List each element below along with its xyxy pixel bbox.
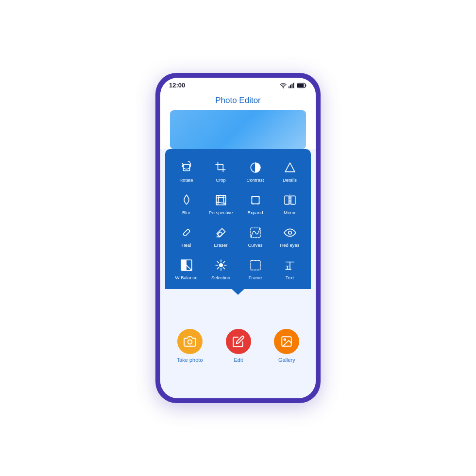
bottom-nav: Take photo Edit <box>160 289 316 398</box>
tool-text[interactable]: T Text <box>273 254 306 284</box>
svg-line-32 <box>223 261 224 263</box>
image-placeholder <box>170 110 306 149</box>
tools-grid: Rotate Crop Contrast <box>170 156 306 284</box>
phone-screen: 12:00 <box>160 78 316 398</box>
svg-line-33 <box>217 267 219 269</box>
svg-point-22 <box>288 231 291 235</box>
svg-rect-7 <box>183 165 189 171</box>
tool-w-balance[interactable]: W Balance <box>170 254 203 284</box>
tool-expand[interactable]: Expand <box>239 188 272 219</box>
app-title: Photo Editor <box>215 96 261 105</box>
tool-expand-label: Expand <box>247 210 263 215</box>
tool-crop[interactable]: Crop <box>204 156 237 187</box>
blur-icon <box>179 192 194 208</box>
svg-rect-2 <box>290 85 291 88</box>
pencil-icon <box>232 335 245 348</box>
tool-crop-label: Crop <box>216 177 226 183</box>
image-area <box>160 110 316 149</box>
tool-contrast-label: Contrast <box>247 177 264 183</box>
tool-heal[interactable]: Heal <box>170 221 203 252</box>
nav-edit[interactable]: Edit <box>226 329 251 363</box>
tool-red-eyes[interactable]: Red eyes <box>273 221 306 252</box>
curves-icon <box>248 225 263 240</box>
heal-icon <box>179 225 194 240</box>
details-icon <box>282 160 298 175</box>
text-icon: T <box>282 257 298 273</box>
phone-frame: 12:00 <box>155 73 321 403</box>
nav-gallery[interactable]: Gallery <box>274 329 299 363</box>
svg-rect-24 <box>181 260 187 271</box>
gallery-label: Gallery <box>278 357 295 363</box>
tool-details[interactable]: Details <box>273 156 306 187</box>
w-balance-icon <box>179 257 194 273</box>
battery-icon <box>297 83 307 88</box>
tool-frame[interactable]: Frame <box>239 254 272 284</box>
svg-line-13 <box>216 197 226 198</box>
tool-text-label: Text <box>286 275 294 280</box>
status-icons <box>280 82 307 89</box>
tools-panel: Rotate Crop Contrast <box>165 149 311 289</box>
tool-eraser[interactable]: Eraser <box>204 221 237 252</box>
tool-red-eyes-label: Red eyes <box>280 242 299 248</box>
gallery-button[interactable] <box>274 329 299 354</box>
edit-button[interactable] <box>226 329 251 354</box>
tool-w-balance-label: W Balance <box>175 275 198 280</box>
tool-curves[interactable]: Curves <box>239 221 272 252</box>
tool-selection-label: Selection <box>211 275 230 280</box>
svg-point-41 <box>284 339 286 340</box>
tool-eraser-label: Eraser <box>214 242 228 248</box>
svg-rect-17 <box>291 196 295 204</box>
app-header: Photo Editor <box>160 92 316 110</box>
nav-take-photo[interactable]: Take photo <box>177 329 203 363</box>
svg-line-11 <box>218 195 219 205</box>
tool-contrast[interactable]: Contrast <box>239 156 272 187</box>
rotate-icon <box>179 160 194 175</box>
tool-details-label: Details <box>283 177 297 183</box>
svg-rect-6 <box>298 84 304 87</box>
contrast-icon <box>248 160 263 175</box>
tool-heal-label: Heal <box>182 242 191 248</box>
tool-blur-label: Blur <box>182 210 190 215</box>
tool-frame-label: Frame <box>249 275 262 280</box>
tool-mirror[interactable]: Mirror <box>273 188 306 219</box>
frame-icon <box>248 257 263 273</box>
take-photo-button[interactable] <box>177 329 203 354</box>
mirror-icon <box>282 192 298 208</box>
tool-mirror-label: Mirror <box>284 210 296 215</box>
camera-icon <box>184 335 196 348</box>
svg-line-30 <box>217 261 219 263</box>
status-bar: 12:00 <box>160 78 316 92</box>
svg-rect-34 <box>251 260 260 270</box>
selection-icon <box>213 257 229 273</box>
red-eyes-icon <box>282 225 298 240</box>
tool-rotate-label: Rotate <box>180 177 193 183</box>
svg-rect-15 <box>252 196 259 204</box>
svg-rect-4 <box>293 83 294 88</box>
svg-rect-1 <box>289 86 289 88</box>
tool-perspective-label: Perspective <box>209 210 233 215</box>
perspective-icon <box>213 192 229 208</box>
signal-icon <box>289 82 295 89</box>
image-icon <box>280 335 293 348</box>
svg-point-25 <box>219 264 222 267</box>
svg-rect-19 <box>183 229 190 236</box>
tool-curves-label: Curves <box>248 242 262 248</box>
status-time: 12:00 <box>169 82 185 89</box>
tool-selection[interactable]: Selection <box>204 254 237 284</box>
eraser-icon <box>213 225 229 240</box>
tool-blur[interactable]: Blur <box>170 188 203 219</box>
wifi-icon <box>280 82 287 89</box>
tool-rotate[interactable]: Rotate <box>170 156 203 187</box>
edit-label: Edit <box>234 357 243 363</box>
expand-icon <box>248 192 263 208</box>
svg-point-0 <box>283 87 283 88</box>
svg-rect-3 <box>291 84 292 88</box>
crop-icon <box>213 160 229 175</box>
svg-marker-9 <box>285 163 295 171</box>
tool-perspective[interactable]: Perspective <box>204 188 237 219</box>
svg-point-39 <box>187 340 192 344</box>
svg-rect-16 <box>285 196 289 204</box>
take-photo-label: Take photo <box>177 357 203 363</box>
svg-line-31 <box>223 267 224 269</box>
